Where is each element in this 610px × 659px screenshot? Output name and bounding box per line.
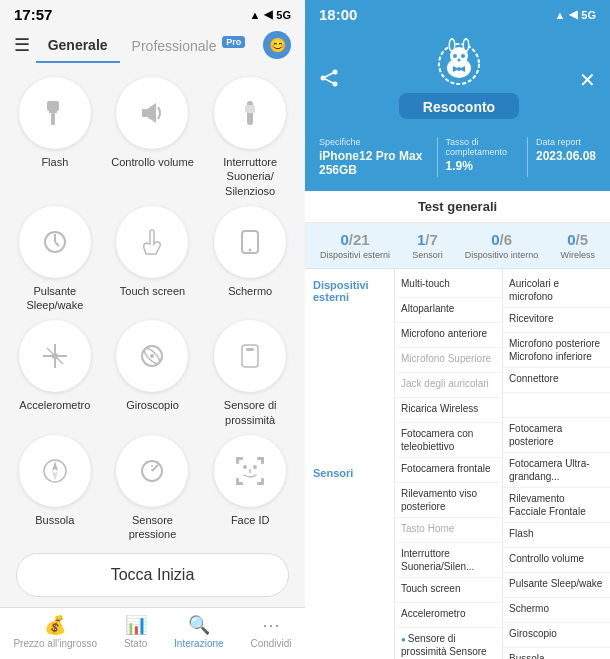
nav-price[interactable]: 💰 Prezzo all'ingrosso [13,614,97,649]
cell-giroscopio: Giroscopio [503,623,610,647]
right-signal-icon: ▲ [554,9,565,21]
compass-circle [19,435,91,507]
right-status-icons: ▲ ◀ 5G [554,8,596,21]
close-icon[interactable]: ✕ [579,68,596,92]
left-header: ☰ Generale Professionale Pro 😊 [0,27,305,65]
nav-share[interactable]: ⋯ Condividi [250,614,291,649]
faceid-label: Face ID [231,513,270,527]
main-content: Dispositivi esterni Sensori Multi-touch … [305,269,610,659]
start-button[interactable]: Tocca Inizia [16,553,289,597]
report-info: Specifiche iPhone12 Pro Max 256GB Tasso … [319,137,596,177]
left-panel: 17:57 ▲ ◀ 5G ☰ Generale Professionale Pr… [0,0,305,659]
tab-professionale[interactable]: Professionale Pro [120,33,258,58]
svg-rect-32 [236,478,239,485]
completion-label: Tasso di completamento [446,137,520,157]
section-sensori: Sensori [305,463,394,483]
touch-circle [116,206,188,278]
tab-generale[interactable]: Generale [36,33,120,58]
stat-sensors-label: Sensori [412,250,443,260]
grid-item-accel[interactable]: Accelerometro [10,320,100,427]
svg-point-55 [457,67,461,71]
nav-interaction-label: Interazione [174,638,223,649]
right-time: 18:00 [319,6,357,23]
proximity-circle [214,320,286,392]
section-dispositivi: Dispositivi esterni [305,275,394,307]
cell-foto-post: Fotocamera posteriore [503,418,610,452]
nav-price-label: Prezzo all'ingrosso [13,638,97,649]
svg-rect-20 [246,348,254,351]
grid-item-pressure[interactable]: Sensore pressione [108,435,198,542]
avatar-icon[interactable]: 😊 [263,31,291,59]
stat-internal-label: Dispositivo interno [465,250,539,260]
volume-label: Controllo volume [111,155,194,169]
grid-container: Flash Controllo volume Interruttore Suon… [0,65,305,545]
right-wifi-icon: ◀ [569,8,577,21]
grid-item-gyro[interactable]: Giroscopio [108,320,198,427]
menu-icon[interactable]: ☰ [14,34,30,56]
completion-info: Tasso di completamento 1.9% [446,137,520,177]
device-info: Specifiche iPhone12 Pro Max 256GB [319,137,429,177]
cell-accel: Accelerometro [395,603,502,627]
switch-circle [214,77,286,149]
grid-item-screen[interactable]: Schermo [205,206,295,313]
grid-item-proximity[interactable]: Sensore di prossimità [205,320,295,427]
cell-ricarica: Ricarica Wireless [395,398,502,422]
stat-wireless-label: Wireless [560,250,595,260]
divider1 [437,137,438,177]
grid-item-flash[interactable]: Flash [10,77,100,198]
wifi-icon: ◀ [264,8,272,21]
svg-rect-6 [245,105,255,113]
stat-external: 0/21 Dispositivi esterni [320,231,390,260]
cell-interruttore: Interruttore Suoneria/Silen... [395,543,502,577]
grid-item-faceid[interactable]: Face ID [205,435,295,542]
interaction-icon: 🔍 [188,614,210,636]
signal-icon: ▲ [249,9,260,21]
divider2 [527,137,528,177]
svg-point-48 [450,40,454,50]
device-label: Specifiche [319,137,429,147]
stat-wireless-count: 0/5 [567,231,588,248]
left-status-bar: 17:57 ▲ ◀ 5G [0,0,305,27]
svg-point-35 [243,465,247,469]
pressure-circle [116,435,188,507]
stat-wireless: 0/5 Wireless [560,231,595,260]
grid-item-volume[interactable]: Controllo volume [108,77,198,198]
nav-status[interactable]: 📊 Stato [124,614,147,649]
grid-item-touch[interactable]: Touch screen [108,206,198,313]
nav-interaction[interactable]: 🔍 Interazione [174,614,223,649]
stat-external-count: 0/21 [340,231,369,248]
cell-foto-ultra: Fotocamera Ultra-grandang... [503,453,610,487]
proximity-label: Sensore di prossimità [205,398,295,427]
date-info: Data report 2023.06.08 [536,137,596,177]
svg-rect-2 [51,113,55,125]
flash-label: Flash [41,155,68,169]
compass-label: Bussola [35,513,74,527]
gyro-label: Giroscopio [126,398,179,412]
col-pair: Multi-touch Altoparlante Microfono anter… [395,269,610,659]
cell-altoparlante: Altoparlante [395,298,502,322]
svg-marker-22 [52,461,58,471]
cell-rilev-front: Rilevamento Facciale Frontale [503,488,610,522]
grid-item-switch[interactable]: Interruttore Suoneria/ Silenzioso [205,77,295,198]
cell-connettore: Connettore [503,368,610,392]
accel-label: Accelerometro [19,398,90,412]
category-col: Dispositivi esterni Sensori [305,269,395,659]
cell-jack: Jack degli auricolari [395,373,502,397]
switch-label: Interruttore Suoneria/ Silenzioso [205,155,295,198]
report-banner: Resoconto [399,93,519,119]
left-bottom-nav: 💰 Prezzo all'ingrosso 📊 Stato 🔍 Interazi… [0,607,305,659]
gyro-circle [116,320,188,392]
svg-marker-23 [52,471,58,481]
completion-value: 1.9% [446,159,520,173]
svg-point-18 [150,354,154,358]
grid-item-sleep[interactable]: Pulsante Sleep/wake [10,206,100,313]
svg-line-9 [55,242,59,246]
svg-point-51 [461,54,465,58]
right-panel: 18:00 ▲ ◀ 5G [305,0,610,659]
grid-item-compass[interactable]: Bussola [10,435,100,542]
top-share-icon[interactable] [319,68,339,93]
stat-internal: 0/6 Dispositivo interno [465,231,539,260]
screen-circle [214,206,286,278]
sleep-circle [19,206,91,278]
cell-microfono-sup: Microfono Superiore [395,348,502,372]
